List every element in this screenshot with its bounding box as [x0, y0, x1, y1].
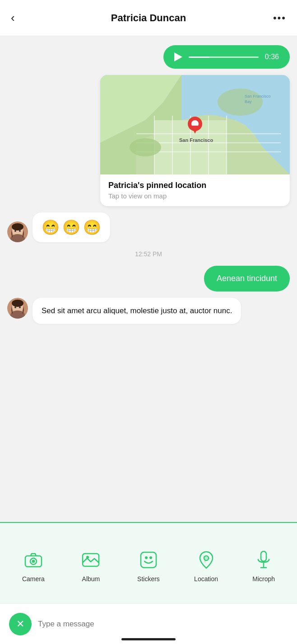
close-button[interactable]: ✕ — [9, 613, 32, 635]
emoji-2: 😁 — [62, 219, 80, 236]
voice-progress-bar — [189, 56, 259, 58]
emoji-bubble: 😁 😁 😁 — [32, 212, 110, 242]
toolbar-icons: Camera Album St — [0, 523, 297, 603]
location-icon — [195, 548, 218, 572]
toolbar-item-album[interactable]: Album — [62, 548, 120, 583]
svg-text:Bay: Bay — [245, 99, 252, 104]
avatar-2 — [7, 298, 28, 319]
svg-text:San Francisco: San Francisco — [179, 137, 213, 143]
home-indicator — [121, 638, 176, 640]
voice-duration: 0:36 — [265, 53, 279, 61]
album-icon — [79, 548, 102, 572]
stickers-icon — [137, 548, 160, 572]
voice-progress-fill — [189, 56, 209, 58]
voice-message-bubble[interactable]: 0:36 — [163, 45, 290, 69]
svg-point-14 — [218, 89, 263, 116]
svg-point-24 — [12, 223, 23, 230]
toolbar-item-microphone[interactable]: Microph — [235, 548, 292, 583]
location-subtitle: Tap to view on map — [108, 192, 282, 200]
received-message-bubble: Sed sit amet arcu aliquet, molestie just… — [32, 298, 241, 324]
toolbar-item-location[interactable]: Location — [177, 548, 235, 583]
microphone-label: Microph — [252, 575, 275, 583]
svg-point-39 — [145, 556, 148, 559]
emoji-1: 😁 — [42, 219, 60, 236]
toolbar: Camera Album St — [0, 522, 297, 603]
svg-point-31 — [14, 306, 16, 308]
camera-icon — [22, 548, 45, 572]
svg-point-30 — [12, 300, 23, 307]
header: ‹ Patricia Duncan ••• — [0, 0, 297, 36]
svg-rect-43 — [261, 551, 266, 561]
svg-text:San Francisco: San Francisco — [245, 94, 271, 99]
location-card[interactable]: San Francisco Bay San Francisco Patricia… — [100, 75, 290, 206]
svg-point-35 — [32, 560, 35, 563]
close-icon: ✕ — [16, 619, 24, 629]
camera-label: Camera — [22, 575, 45, 583]
album-label: Album — [82, 575, 100, 583]
microphone-icon — [252, 548, 275, 572]
stickers-label: Stickers — [137, 575, 160, 583]
svg-point-40 — [149, 556, 152, 559]
emoji-3: 😁 — [83, 219, 101, 236]
timestamp: 12:52 PM — [7, 250, 290, 258]
location-info: Patricia's pinned location Tap to view o… — [100, 174, 290, 206]
svg-point-37 — [86, 556, 89, 559]
location-title: Patricia's pinned location — [108, 181, 282, 190]
svg-point-13 — [130, 138, 161, 156]
sent-message-bubble: Aenean tincidunt — [204, 266, 290, 291]
back-button[interactable]: ‹ — [11, 11, 27, 25]
svg-rect-38 — [141, 552, 156, 568]
svg-point-32 — [19, 306, 21, 308]
received-message-row: Sed sit amet arcu aliquet, molestie just… — [7, 298, 290, 324]
message-input[interactable] — [38, 620, 288, 629]
play-icon[interactable] — [174, 52, 182, 61]
more-options-button[interactable]: ••• — [270, 12, 286, 24]
map-preview: San Francisco Bay San Francisco — [100, 75, 290, 174]
svg-point-26 — [19, 230, 21, 232]
toolbar-item-stickers[interactable]: Stickers — [120, 548, 177, 583]
location-label: Location — [194, 575, 218, 583]
contact-name: Patricia Duncan — [27, 12, 270, 24]
emoji-message-row: 😁 😁 😁 — [7, 212, 290, 242]
toolbar-item-camera[interactable]: Camera — [5, 548, 62, 583]
svg-point-25 — [14, 230, 16, 232]
avatar — [7, 221, 28, 242]
chat-area: 0:36 — [0, 36, 297, 522]
